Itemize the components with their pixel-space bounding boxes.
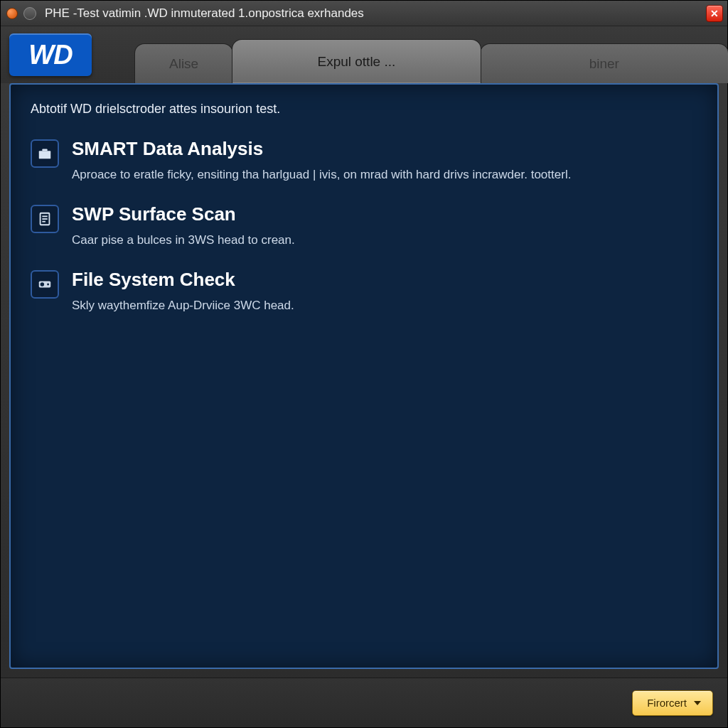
titlebar[interactable]: PHE -Test vatimin .WD inmuterated 1.onpo…: [1, 1, 727, 26]
tab-bar: Alise Expul ottle ... biner: [134, 26, 727, 83]
tab-label: Expul ottle ...: [317, 54, 395, 70]
option-body: SWP Surface Scan Caar pise a bulces in 3…: [72, 203, 697, 249]
option-title: File System Check: [72, 269, 697, 291]
drive-icon: [31, 270, 59, 299]
firorcert-button[interactable]: Firorcert: [632, 690, 713, 716]
svg-point-8: [41, 282, 45, 287]
option-body: File System Check Skly waythemfize Aup-D…: [72, 269, 697, 314]
option-smart-data-analysis[interactable]: SMART Data Analysis Aproace to eratle fi…: [31, 138, 697, 183]
option-title: SMART Data Analysis: [72, 138, 697, 160]
briefcase-icon: [31, 139, 59, 168]
document-icon: [31, 205, 59, 233]
option-file-system-check[interactable]: File System Check Skly waythemfize Aup-D…: [31, 269, 697, 314]
window-title: PHE -Test vatimin .WD inmuterated 1.onpo…: [45, 6, 364, 21]
option-swp-surface-scan[interactable]: SWP Surface Scan Caar pise a bulces in 3…: [31, 203, 697, 249]
option-desc: Caar pise a bulces in 3WS head to crean.: [72, 232, 697, 249]
tab-alise[interactable]: Alise: [134, 43, 233, 83]
button-label: Firorcert: [647, 697, 687, 709]
window-control-close-dot[interactable]: [6, 8, 18, 19]
footer: Firorcert: [1, 678, 727, 727]
close-icon: ✕: [710, 8, 719, 19]
chevron-down-icon: [694, 701, 701, 705]
svg-point-7: [47, 283, 49, 285]
wd-logo: WD: [9, 33, 92, 76]
option-desc: Aproace to eratle ficky, ensiting tha ha…: [72, 167, 697, 183]
header: WD Alise Expul ottle ... biner: [1, 26, 727, 83]
tab-label: biner: [589, 56, 619, 72]
option-title: SWP Surface Scan: [72, 203, 697, 225]
svg-rect-0: [39, 151, 51, 159]
app-window: PHE -Test vatimin .WD inmuterated 1.onpo…: [0, 0, 728, 728]
content-panel: Abtotif WD drielsctroder attes insourion…: [9, 83, 719, 669]
tab-label: Alise: [169, 56, 198, 72]
window-control-minimize[interactable]: [23, 7, 36, 20]
intro-text: Abtotif WD drielsctroder attes insourion…: [31, 102, 697, 117]
tab-biner[interactable]: biner: [480, 43, 728, 83]
svg-rect-1: [42, 149, 47, 151]
option-body: SMART Data Analysis Aproace to eratle fi…: [72, 138, 697, 183]
option-desc: Skly waythemfize Aup-Drviice 3WC head.: [72, 298, 697, 314]
close-button[interactable]: ✕: [706, 5, 723, 22]
tab-expul-ottle[interactable]: Expul ottle ...: [232, 39, 481, 83]
logo-text: WD: [28, 40, 72, 70]
